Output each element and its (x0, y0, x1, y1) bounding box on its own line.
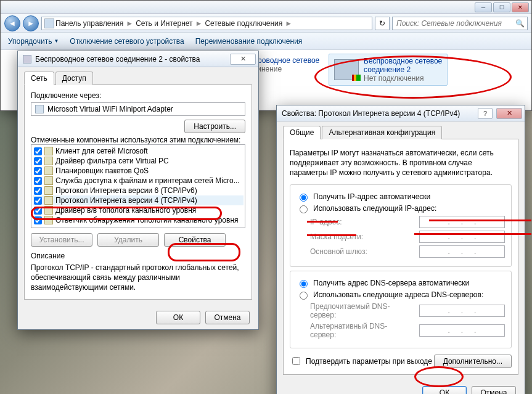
gateway-input[interactable]: ... (419, 245, 505, 258)
dns-pref-input[interactable]: ... (419, 305, 505, 317)
list-item[interactable]: Клиент для сетей Microsoft (33, 146, 243, 156)
radio-ip-auto[interactable]: Получить IP-адрес автоматически (297, 192, 505, 202)
list-item[interactable]: Протокол Интернета версии 6 (TCP/IPv6) (33, 186, 243, 195)
list-item[interactable]: Ответчик обнаружения топологии канальног… (33, 215, 243, 225)
props-tabs: Сеть Доступ (18, 67, 258, 84)
ip-group: Получить IP-адрес автоматически Использо… (290, 184, 512, 267)
install-button[interactable]: Установить... (31, 233, 92, 247)
dns-alt-input[interactable]: ... (419, 324, 505, 337)
tab-general[interactable]: Общие (283, 126, 321, 139)
connection-item-2[interactable]: Беспроводное сетевое соединение 2 Нет по… (329, 54, 448, 86)
radio-ip-manual-input[interactable] (300, 205, 308, 213)
search-input[interactable] (395, 18, 513, 28)
forward-button[interactable]: ► (23, 15, 39, 31)
nav-row: ◄ ► Панель управления ► Сеть и Интернет … (1, 14, 531, 33)
adapter-icon (35, 105, 44, 113)
ipv4-tabs: Общие Альтернативная конфигурация (277, 121, 525, 139)
conn2-title: Беспроводное сетевое (364, 57, 442, 65)
component-checkbox[interactable] (34, 177, 42, 185)
network-icon (334, 59, 359, 80)
conn2-status: Нет подключения (364, 74, 442, 83)
component-checkbox[interactable] (34, 167, 42, 175)
search-box[interactable]: 🔍 (392, 17, 528, 30)
radio-dns-manual-input[interactable] (300, 292, 308, 300)
toolbar-organize[interactable]: Упорядочить ▼ (8, 37, 59, 46)
protocol-icon (44, 216, 53, 224)
breadcrumb-l1[interactable]: Сеть и Интернет (136, 19, 192, 28)
props-cancel-button[interactable]: Отмена (205, 311, 250, 324)
list-item[interactable]: Драйвер в/в тополога канального уровня (33, 205, 243, 215)
radio-ip-manual[interactable]: Использовать следующий IP-адрес: (297, 203, 505, 213)
gateway-label: Основной шлюз: (310, 247, 413, 256)
component-checkbox[interactable] (34, 187, 42, 195)
client-icon (44, 147, 53, 155)
ipv4-help-button[interactable]: ? (478, 108, 493, 119)
props-close-button[interactable]: ✕ (230, 54, 256, 65)
control-panel-icon (44, 18, 54, 28)
search-icon: 🔍 (515, 19, 525, 28)
ipv4-cancel-button[interactable]: Отмена (472, 386, 516, 394)
radio-dns-auto[interactable]: Получить адрес DNS-сервера автоматически (297, 278, 505, 288)
explorer-titlebar: ─ ☐ ✕ (1, 1, 531, 14)
dns-pref-label: Предпочитаемый DNS-сервер: (310, 302, 413, 319)
protocol-icon (44, 196, 53, 205)
props-titlebar: Беспроводное сетевое соединение 2 - свой… (18, 51, 258, 67)
radio-dns-auto-input[interactable] (300, 280, 308, 288)
props-title: Беспроводное сетевое соединение 2 - свой… (35, 55, 226, 64)
adapter-field: Microsoft Virtual WiFi Miniport Adapter (31, 102, 245, 116)
close-button[interactable]: ✕ (512, 2, 529, 12)
list-item-ipv4[interactable]: Протокол Интернета версии 4 (TCP/IPv4) (33, 195, 243, 205)
breadcrumb-root[interactable]: Панель управления (55, 19, 123, 28)
advanced-button[interactable]: Дополнительно... (434, 355, 512, 368)
service-icon (44, 176, 53, 185)
props-bottom: ОК Отмена (18, 306, 258, 329)
refresh-button[interactable]: ↻ (375, 17, 390, 30)
connection-properties-dialog: Беспроводное сетевое соединение 2 - свой… (17, 51, 259, 330)
wifi-icon (23, 55, 31, 64)
component-checkbox[interactable] (34, 197, 42, 205)
radio-dns-manual[interactable]: Использовать следующие адреса DNS-сервер… (297, 290, 505, 300)
minimize-button[interactable]: ─ (475, 2, 492, 12)
configure-button[interactable]: Настроить... (184, 120, 245, 133)
dns-pref-row: Предпочитаемый DNS-сервер: ... (310, 302, 505, 319)
ip-address-input[interactable]: ... (419, 216, 505, 228)
ipv4-ok-button[interactable]: ОК (422, 386, 467, 394)
connect-via-label: Подключение через: (31, 91, 245, 100)
toolbar-rename[interactable]: Переименование подключения (195, 37, 303, 46)
component-checkbox[interactable] (34, 147, 42, 155)
confirm-checkbox[interactable] (292, 357, 300, 365)
service-icon (44, 166, 53, 175)
ip-address-label: IP-адрес: (310, 218, 413, 226)
confirm-on-exit[interactable]: Подтвердить параметры при выходе (290, 355, 432, 367)
tab-network[interactable]: Сеть (24, 72, 54, 85)
list-item[interactable]: Планировщик пакетов QoS (33, 166, 243, 176)
mask-row: Маска подсети: ... (310, 231, 505, 243)
adapter-name: Microsoft Virtual WiFi Miniport Adapter (47, 105, 173, 113)
tab-alt-config[interactable]: Альтернативная конфигурация (322, 126, 442, 139)
list-item[interactable]: Служба доступа к файлам и принтерам сете… (33, 176, 243, 186)
back-button[interactable]: ◄ (4, 15, 20, 31)
components-label: Отмеченные компоненты используются этим … (31, 136, 245, 144)
properties-button[interactable]: Свойства (164, 233, 226, 247)
dns-alt-row: Альтернативный DNS-сервер: ... (310, 322, 505, 339)
protocol-icon (44, 186, 53, 195)
props-ok-button[interactable]: ОК (156, 311, 200, 324)
breadcrumb-l2[interactable]: Сетевые подключения (205, 19, 282, 28)
components-list[interactable]: Клиент для сетей Microsoft Драйвер фильт… (31, 144, 245, 228)
conn2-title2: соединение 2 (364, 65, 442, 74)
mask-input[interactable]: ... (419, 231, 505, 243)
component-checkbox[interactable] (34, 216, 42, 224)
list-item[interactable]: Драйвер фильтра сети Virtual PC (33, 156, 243, 166)
protocol-icon (44, 206, 53, 215)
ipv4-close-button[interactable]: ✕ (496, 108, 522, 119)
toolbar-disable[interactable]: Отключение сетевого устройства (70, 37, 184, 46)
component-checkbox[interactable] (34, 157, 42, 165)
radio-ip-auto-input[interactable] (300, 194, 308, 202)
ipv4-intro: Параметры IP могут назначаться автоматич… (290, 148, 512, 178)
tab-access[interactable]: Доступ (55, 72, 93, 85)
maximize-button[interactable]: ☐ (493, 2, 510, 12)
dns-group: Получить адрес DNS-сервера автоматически… (290, 271, 512, 348)
breadcrumb[interactable]: Панель управления ► Сеть и Интернет ► Се… (41, 17, 372, 30)
remove-button[interactable]: Удалить (97, 233, 159, 247)
component-checkbox[interactable] (34, 207, 42, 215)
